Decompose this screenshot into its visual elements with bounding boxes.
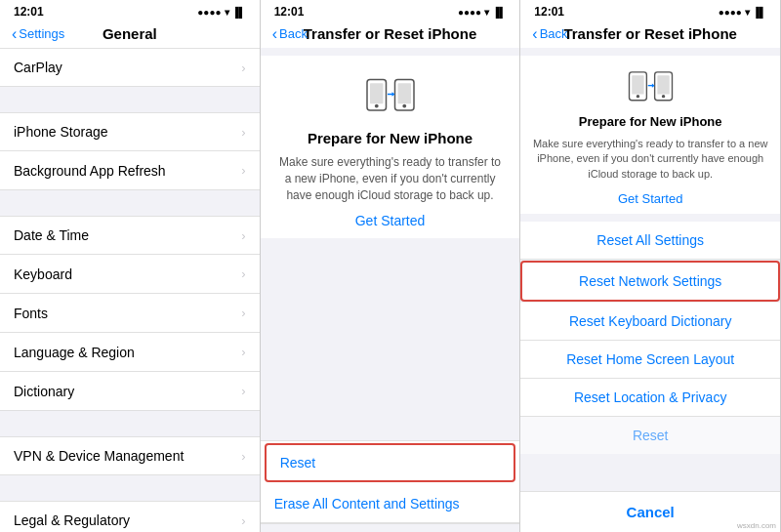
settings-item-dictionary[interactable]: Dictionary › xyxy=(0,372,260,411)
wifi-icon-3: ▾ xyxy=(745,7,750,18)
status-time-2: 12:01 xyxy=(274,5,305,19)
status-bar-2: 12:01 ●●●● ▾ ▐▌ xyxy=(261,0,520,21)
settings-item-keyboard[interactable]: Keyboard › xyxy=(0,255,260,294)
status-icons-3: ●●●● ▾ ▐▌ xyxy=(719,7,766,18)
chevron-left-icon-2: ‹ xyxy=(272,25,277,43)
back-label-3: Back xyxy=(540,26,568,41)
svg-rect-11 xyxy=(657,75,669,94)
back-button-3[interactable]: ‹ Back xyxy=(532,25,567,43)
svg-point-9 xyxy=(636,95,638,98)
chevron-left-icon-1: ‹ xyxy=(12,25,17,43)
section-gap-1 xyxy=(0,190,260,216)
back-button-2[interactable]: ‹ Back xyxy=(272,25,308,43)
settings-item-background-app[interactable]: Background App Refresh › xyxy=(0,151,260,190)
panel2-bottom: Reset Erase All Content and Settings xyxy=(261,432,520,532)
wifi-icon-2: ▾ xyxy=(484,7,489,18)
prepare-desc-3: Make sure everything's ready to transfer… xyxy=(532,137,768,182)
chevron-right-storage: › xyxy=(241,125,245,140)
section-carplay: CarPlay › xyxy=(0,48,260,87)
svg-point-2 xyxy=(374,104,378,108)
settings-item-carplay[interactable]: CarPlay › xyxy=(0,48,260,87)
get-started-2[interactable]: Get Started xyxy=(355,213,426,228)
chevron-right-background-app: › xyxy=(241,163,245,178)
svg-rect-1 xyxy=(370,83,384,103)
get-started-3[interactable]: Get Started xyxy=(618,191,682,206)
erase-button-p2[interactable]: Erase All Content and Settings xyxy=(261,484,520,523)
section-storage: iPhone Storage › Background App Refresh … xyxy=(0,112,260,190)
erase-label-p2: Erase All Content and Settings xyxy=(274,496,460,512)
battery-icon-3: ▐▌ xyxy=(753,7,766,18)
reset-label-p3: Reset xyxy=(633,428,669,443)
nav-bar-1: ‹ Settings General xyxy=(0,21,260,48)
back-label-2: Back xyxy=(279,26,308,41)
panel2-content: Prepare for New iPhone Make sure everyth… xyxy=(261,48,520,532)
nav-title-2: Transfer or Reset iPhone xyxy=(304,25,477,42)
status-icons-2: ●●●● ▾ ▐▌ xyxy=(458,7,506,18)
prepare-title-3: Prepare for New iPhone xyxy=(579,114,722,129)
settings-item-vpn[interactable]: VPN & Device Management › xyxy=(0,436,260,475)
prepare-card-2: Prepare for New iPhone Make sure everyth… xyxy=(261,56,520,238)
nav-title-3: Transfer or Reset iPhone xyxy=(563,25,737,42)
item-label-keyboard: Keyboard xyxy=(14,266,72,282)
item-label-iphone-storage: iPhone Storage xyxy=(14,124,108,140)
nav-bar-3: ‹ Back Transfer or Reset iPhone xyxy=(520,21,780,48)
reset-keyboard-dict-label: Reset Keyboard Dictionary xyxy=(569,313,732,329)
svg-rect-4 xyxy=(397,83,411,103)
chevron-right-keyboard: › xyxy=(241,266,245,281)
reset-location-privacy-btn[interactable]: Reset Location & Privacy xyxy=(520,379,780,417)
reset-all-settings-label: Reset All Settings xyxy=(596,232,704,248)
reset-button-p2[interactable]: Reset xyxy=(265,443,516,482)
status-icons-1: ●●●● ▾ ▐▌ xyxy=(197,7,245,18)
reset-home-screen-label: Reset Home Screen Layout xyxy=(566,351,734,367)
settings-item-legal[interactable]: Legal & Regulatory › xyxy=(0,501,260,532)
settings-item-date-time[interactable]: Date & Time › xyxy=(0,216,260,255)
status-time-1: 12:01 xyxy=(14,5,44,19)
reset-all-settings-btn[interactable]: Reset All Settings xyxy=(520,222,780,260)
chevron-right-vpn: › xyxy=(241,449,245,464)
settings-item-fonts[interactable]: Fonts › xyxy=(0,294,260,333)
chevron-right-legal: › xyxy=(241,513,245,528)
prepare-title-2: Prepare for New iPhone xyxy=(308,130,473,146)
battery-icon: ▐▌ xyxy=(232,7,246,18)
back-label-1: Settings xyxy=(19,26,64,41)
section-gap-3 xyxy=(0,475,260,501)
settings-item-iphone-storage[interactable]: iPhone Storage › xyxy=(0,112,260,151)
prepare-icon-3 xyxy=(624,65,678,108)
chevron-right-dictionary: › xyxy=(241,384,245,398)
svg-rect-8 xyxy=(632,75,643,94)
reset-location-privacy-label: Reset Location & Privacy xyxy=(574,389,726,405)
chevron-right-language: › xyxy=(241,345,245,359)
cancel-label: Cancel xyxy=(627,504,675,520)
status-bar-3: 12:01 ●●●● ▾ ▐▌ xyxy=(520,0,780,21)
section-date: Date & Time › Keyboard › Fonts › Languag… xyxy=(0,216,260,411)
nav-bar-2: ‹ Back Transfer or Reset iPhone xyxy=(261,21,520,48)
settings-item-language[interactable]: Language & Region › xyxy=(0,333,260,372)
reset-home-screen-btn[interactable]: Reset Home Screen Layout xyxy=(520,341,780,379)
nav-title-1: General xyxy=(103,25,157,42)
chevron-right-carplay: › xyxy=(241,61,245,75)
item-label-carplay: CarPlay xyxy=(14,60,62,75)
settings-list-1: CarPlay › iPhone Storage › Background Ap… xyxy=(0,48,260,532)
signal-icon: ●●●● xyxy=(197,7,221,18)
section-vpn: VPN & Device Management › xyxy=(0,436,260,475)
item-label-fonts: Fonts xyxy=(14,306,48,321)
section-gap-2 xyxy=(0,411,260,436)
reset-btn[interactable]: Reset xyxy=(520,417,780,454)
item-label-date-time: Date & Time xyxy=(14,227,89,243)
battery-icon-2: ▐▌ xyxy=(492,7,506,18)
reset-keyboard-dict-btn[interactable]: Reset Keyboard Dictionary xyxy=(520,303,780,341)
prepare-desc-2: Make sure everything's ready to transfer… xyxy=(276,154,505,203)
item-label-background-app: Background App Refresh xyxy=(14,163,166,179)
panel-transfer: 12:01 ●●●● ▾ ▐▌ ‹ Back Transfer or Reset… xyxy=(261,0,521,532)
item-label-vpn: VPN & Device Management xyxy=(14,448,184,464)
panel-reset-options: 12:01 ●●●● ▾ ▐▌ ‹ Back Transfer or Reset… xyxy=(520,0,781,532)
back-button-1[interactable]: ‹ Settings xyxy=(12,25,64,43)
section-gap-0 xyxy=(0,87,260,112)
svg-point-5 xyxy=(402,104,406,108)
svg-point-12 xyxy=(662,95,665,98)
signal-icon-3: ●●●● xyxy=(719,7,742,18)
signal-icon-2: ●●●● xyxy=(458,7,481,18)
status-time-3: 12:01 xyxy=(534,5,564,19)
reset-network-settings-btn[interactable]: Reset Network Settings xyxy=(520,261,780,302)
status-bar-1: 12:01 ●●●● ▾ ▐▌ xyxy=(0,0,260,21)
